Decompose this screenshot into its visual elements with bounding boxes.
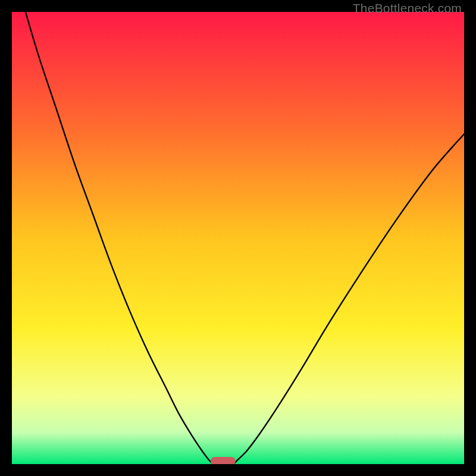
watermark-text: TheBottleneck.com xyxy=(353,1,462,15)
chart-frame xyxy=(12,12,464,464)
gradient-background xyxy=(12,12,464,464)
bottleneck-chart xyxy=(12,12,464,464)
bottleneck-marker xyxy=(211,457,236,464)
